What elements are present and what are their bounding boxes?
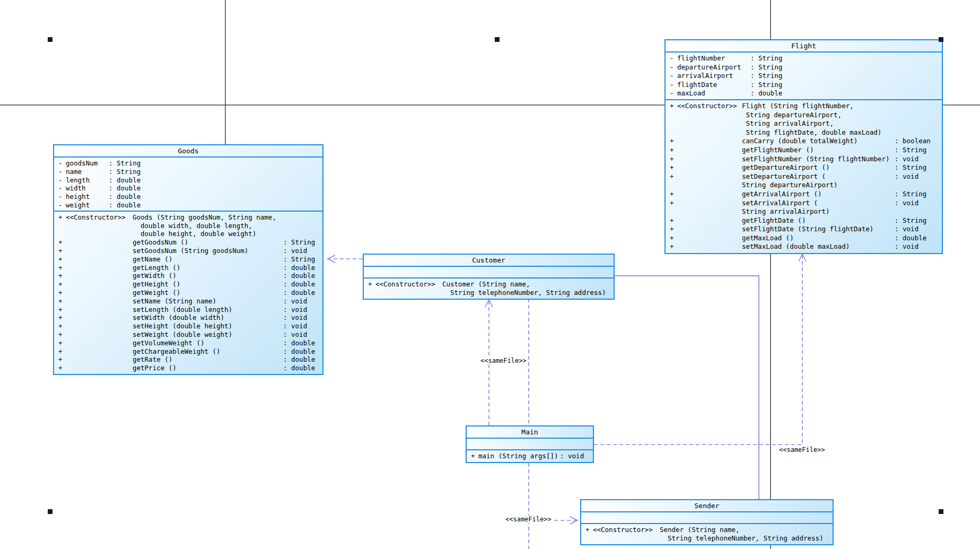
method-row: +setWidth (double width): void	[58, 313, 320, 322]
member-name: main (String args[])	[478, 452, 560, 460]
method-row: +<<Constructor>>Sender (String name, Str…	[585, 526, 830, 543]
member-name: getName ()	[133, 255, 283, 264]
member-stereotype	[677, 234, 742, 243]
member-type: : void	[283, 313, 320, 322]
member-type: : double	[109, 193, 320, 201]
member-name: setWidth (double width)	[133, 313, 283, 322]
member-name: setName (String name)	[133, 297, 283, 306]
member-name: setLength (double length)	[133, 306, 283, 314]
member-type: : double	[109, 201, 320, 210]
member-type: : String	[895, 190, 940, 199]
member-type: : void	[560, 452, 591, 460]
member-type: : boolean	[895, 137, 940, 146]
member-visibility: +	[58, 347, 66, 356]
member-name: departureAirport	[677, 63, 750, 72]
member-name: setFlightNumber (String flightNumber)	[742, 155, 895, 164]
member-visibility: +	[58, 306, 66, 314]
member-type: : String	[750, 81, 940, 90]
member-type: : void	[283, 247, 320, 255]
dependency-customer-to-goods[interactable]	[328, 255, 363, 263]
member-stereotype: <<Constructor>>	[66, 213, 133, 238]
class-title: Goods	[54, 145, 322, 158]
member-type	[895, 102, 940, 137]
class-box-customer[interactable]: Customer +<<Constructor>>Customer (Strin…	[363, 254, 615, 300]
member-name: getPrice ()	[133, 364, 283, 372]
member-visibility: +	[670, 137, 677, 146]
member-stereotype	[66, 347, 133, 356]
member-stereotype	[677, 216, 742, 225]
member-name: goodsNum	[66, 159, 109, 168]
member-visibility: -	[670, 89, 677, 98]
member-visibility: +	[670, 225, 677, 234]
methods-section: +<<Constructor>>Customer (String name, S…	[364, 278, 614, 299]
member-type: : void	[895, 172, 940, 190]
member-visibility: +	[58, 297, 66, 306]
selection-handle-top-mid[interactable]	[495, 37, 500, 42]
method-row: +getDepartureAirport (): String	[670, 163, 940, 172]
member-stereotype	[677, 190, 742, 199]
member-type: : void	[283, 330, 320, 339]
member-type: : double	[283, 264, 320, 272]
class-title: Customer	[364, 255, 614, 267]
method-row: +main (String args[]): void	[471, 452, 591, 460]
member-visibility: -	[670, 54, 677, 63]
attribute-row: -weight: double	[58, 201, 320, 210]
member-stereotype: <<Constructor>>	[677, 102, 742, 137]
dependency-label-samefile-sender: <<sameFile>>	[505, 516, 552, 523]
class-box-goods[interactable]: Goods -goodsNum: String-name: String-len…	[53, 144, 323, 375]
member-stereotype	[66, 280, 133, 289]
class-box-sender[interactable]: Sender +<<Constructor>>Sender (String na…	[580, 499, 834, 545]
member-visibility: +	[670, 102, 677, 137]
member-name: getFlightNumber ()	[742, 146, 895, 155]
method-row: +setWeight (double weight): void	[58, 330, 320, 339]
member-visibility: +	[58, 364, 66, 372]
association-customer-sender[interactable]	[615, 276, 759, 499]
member-stereotype	[66, 255, 133, 264]
member-name: getLength ()	[133, 264, 283, 272]
dependency-main-to-flight[interactable]	[594, 254, 806, 445]
member-type: : String	[895, 216, 940, 225]
member-name: setWeight (double weight)	[133, 330, 283, 339]
member-name: getChargeableWeight ()	[133, 347, 283, 356]
selection-handle-top-right[interactable]	[939, 37, 943, 42]
method-row: +setHeight (double height): void	[58, 322, 320, 330]
class-box-main[interactable]: Main +main (String args[]): void	[466, 425, 594, 463]
member-visibility: -	[58, 193, 66, 201]
member-name: setGoodsNum (String goodsNum)	[133, 247, 283, 255]
member-name: getWeight ()	[133, 289, 283, 297]
attribute-row: -maxLoad: double	[670, 89, 940, 98]
dependency-main-to-sender[interactable]	[529, 463, 578, 549]
attribute-row: -arrivalAirport: String	[670, 72, 940, 81]
member-name: setDepartureAirport ( String departureAi…	[742, 172, 895, 190]
member-visibility: +	[58, 255, 66, 264]
member-stereotype	[677, 225, 742, 234]
method-row: +getRate (): double	[58, 355, 320, 364]
attribute-row: -departureAirport: String	[670, 63, 940, 72]
member-type: : void	[283, 306, 320, 314]
method-row: +setArrivalAirport ( String arrivalAirpo…	[670, 199, 940, 216]
member-type: : String	[283, 255, 320, 264]
member-stereotype	[677, 155, 742, 164]
member-stereotype	[66, 272, 133, 280]
dependency-label-samefile-flight: <<sameFile>>	[778, 446, 826, 454]
member-visibility: +	[670, 155, 677, 164]
member-name: flightNumber	[677, 54, 750, 63]
member-visibility: +	[670, 199, 677, 216]
member-type: : String	[750, 63, 940, 72]
attributes-section: -goodsNum: String-name: String-length: d…	[54, 158, 322, 212]
selection-handle-bottom-left[interactable]	[48, 509, 52, 514]
member-visibility: +	[670, 172, 677, 190]
member-type: : String	[895, 146, 940, 155]
member-type: : double	[109, 176, 320, 185]
method-row: +setName (String name): void	[58, 297, 320, 306]
class-box-flight[interactable]: Flight -flightNumber: String-departureAi…	[664, 39, 943, 254]
selection-handle-top-left[interactable]	[48, 37, 52, 42]
selection-handle-bottom-right[interactable]	[939, 509, 943, 514]
member-visibility: +	[58, 272, 66, 280]
method-row: +getChargeableWeight (): double	[58, 347, 320, 356]
member-stereotype	[66, 297, 133, 306]
method-row: +getLength (): double	[58, 264, 320, 272]
member-name: getVolumeWeight ()	[133, 339, 283, 347]
attributes-section	[581, 512, 833, 524]
member-name: setMaxLoad (double maxLoad)	[742, 242, 895, 251]
